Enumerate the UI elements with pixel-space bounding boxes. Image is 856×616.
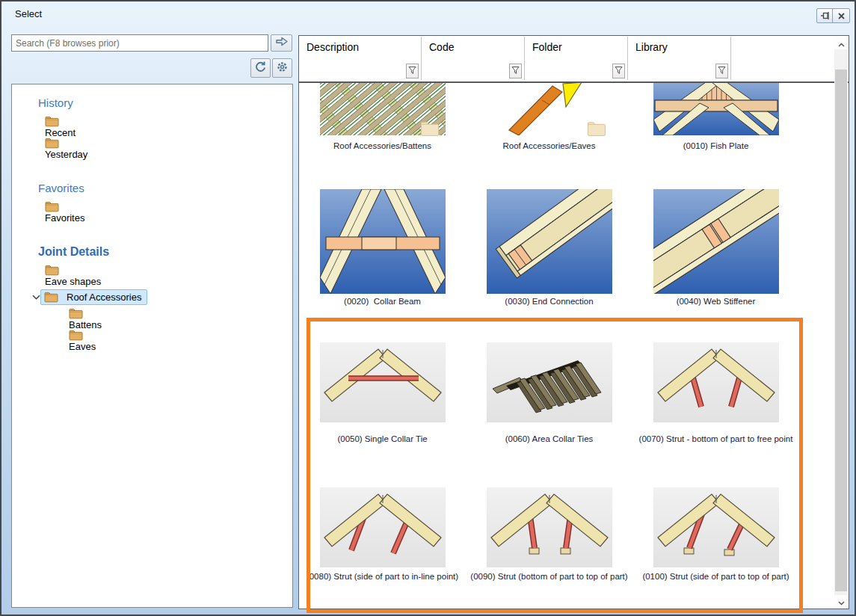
scroll-up-button[interactable] [834,37,848,49]
thumbnail-image[interactable] [320,487,446,567]
scroll-down-button[interactable] [834,595,848,608]
item-label: Roof Accessories/Eaves [466,141,632,152]
grid-item-0100-strut-side-of-part-to-top-of-part[interactable]: (0100) Strut (side of part to top of par… [632,487,799,606]
tree-item-label: Roof Accessories [67,292,141,303]
column-header-row: DescriptionCodeFolderLibrary [299,36,849,83]
scroll-thumb[interactable] [835,70,847,591]
folder-badge-icon [420,121,440,140]
item-label: (0080) Strut (side of part to in-line po… [299,571,466,582]
pin-icon [820,11,831,20]
folder-icon [44,292,58,303]
tree-item-label: Battens [69,319,102,330]
search-go-button[interactable] [271,34,292,52]
search-input[interactable] [11,34,268,52]
thumbnail-image[interactable] [653,342,779,422]
selected-tree-item[interactable]: Roof Accessories [40,289,147,305]
tree-item-label: Favorites [45,212,84,224]
folder-badge-icon [587,121,606,140]
column-header-label: Description [307,41,359,53]
titlebar: Select [1,1,855,28]
tree-item-battens[interactable]: Battens [12,308,292,330]
settings-button[interactable] [272,58,292,78]
grid-item-0010-fish-plate[interactable]: (0010) Fish Plate [632,83,799,175]
grid-item-0030-end-connection[interactable]: (0030) End Connection [466,189,632,330]
grid-item-roof-accessories-battens[interactable]: Roof Accessories/Battens [299,83,466,175]
column-header-code[interactable]: Code [423,37,525,80]
column-header-description[interactable]: Description [301,37,422,80]
tree-item-label: Recent [45,127,76,138]
filter-funnel-icon [408,64,416,78]
column-header-library[interactable]: Library [629,37,731,80]
thumbnail-image[interactable] [487,189,612,294]
item-label: (0020) Collar Beam [299,296,466,307]
item-label: (0090) Strut (bottom of part to top of p… [466,571,632,582]
column-header-folder[interactable]: Folder [526,37,628,80]
close-button[interactable] [832,8,850,23]
tree-section-header-joint-details: Joint Details [38,245,292,262]
thumbnail-image[interactable] [320,342,446,422]
folder-icon [45,201,76,212]
filter-button-description[interactable] [406,64,419,78]
grid-item-0050-single-collar-tie[interactable]: (0050) Single Collar Tie [299,342,466,468]
filter-funnel-icon [511,64,520,78]
tree-section-favorites: Favorites Favorites [12,182,292,223]
tree-section-history: History Recent Yesterday [12,96,292,159]
chevron-up-icon [838,37,845,50]
grid-item-0070-strut-bottom-of-part-to-free-point[interactable]: (0070) Strut - bottom of part to free po… [632,342,799,468]
thumbnail-image[interactable] [320,189,446,294]
refresh-button[interactable] [250,58,271,78]
chevron-down-icon [838,595,845,609]
grid-row-4: (0080) Strut (side of part to in-line po… [299,487,799,606]
grid-item-0080-strut-side-of-part-to-in-line-point[interactable]: (0080) Strut (side of part to in-line po… [299,487,466,606]
folder-icon [45,265,93,276]
window-title: Select [15,8,42,19]
tree-item-recent[interactable]: Recent [12,116,292,138]
refresh-icon [254,61,267,76]
tree-item-eave-shapes[interactable]: Eave shapes [12,265,292,286]
folder-icon [69,330,87,341]
grid-item-0090-strut-bottom-of-part-to-top-of-part[interactable]: (0090) Strut (bottom of part to top of p… [466,487,632,606]
tree-item-yesterday[interactable]: Yesterday [12,138,292,159]
grid-item-0020-collar-beam[interactable]: (0020) Collar Beam [299,189,466,330]
tree-item-label: Eave shapes [45,276,101,287]
tree-section-header-history: History [38,96,292,113]
tree-item-roof-accessories[interactable]: Roof Accessories [12,286,292,308]
folder-tree-panel: History Recent YesterdayFavorites Favori… [11,84,293,608]
grid-item-0040-web-stiffener[interactable]: (0040) Web Stiffener [632,189,799,330]
thumbnail-image[interactable] [653,189,779,294]
tree-item-label: Yesterday [45,149,87,160]
thumbnail-image[interactable] [653,83,779,135]
arrow-right-icon [275,36,289,50]
gear-icon [276,61,289,76]
column-header-label: Library [635,41,668,53]
grid-item-0060-area-collar-ties[interactable]: (0060) Area Collar Ties [466,342,632,468]
grid-item-roof-accessories-eaves[interactable]: Roof Accessories/Eaves [466,83,632,175]
filter-button-folder[interactable] [612,64,625,78]
tree-item-favorites[interactable]: Favorites [12,201,292,223]
thumbnail-image[interactable] [653,487,779,567]
filter-funnel-icon [615,64,623,78]
thumbnail-image[interactable] [487,342,612,422]
filter-button-code[interactable] [509,64,522,78]
item-label: (0010) Fish Plate [632,141,799,152]
column-header-label: Code [429,41,454,53]
tree-item-label: Eaves [69,341,96,352]
item-label: (0030) End Connection [466,296,632,307]
item-label: Roof Accessories/Battens [299,141,466,152]
filter-funnel-icon [718,64,726,78]
thumbnail-image[interactable] [487,487,612,567]
item-label: (0100) Strut (side of part to top of par… [632,571,799,582]
grid-row-2: (0020) Collar Beam (0030) End Connection… [299,189,799,330]
grid-row-3: (0050) Single Collar Tie (0060) Area Col… [299,342,799,468]
item-label: (0060) Area Collar Ties [466,434,632,445]
folder-icon [69,308,93,319]
folder-icon [45,116,67,127]
vertical-scrollbar[interactable] [834,37,848,608]
grid-row-1: Roof Accessories/Battens Roof Accessorie… [299,83,799,175]
item-label: (0040) Web Stiffener [632,296,799,307]
tree-section-joint-details: Joint Details Eave shapes Roof Accessori… [12,245,292,351]
column-header-label: Folder [532,41,562,53]
thumbnail-grid: Roof Accessories/Battens Roof Accessorie… [299,83,830,609]
tree-item-eaves[interactable]: Eaves [12,330,292,351]
filter-button-library[interactable] [715,64,728,78]
